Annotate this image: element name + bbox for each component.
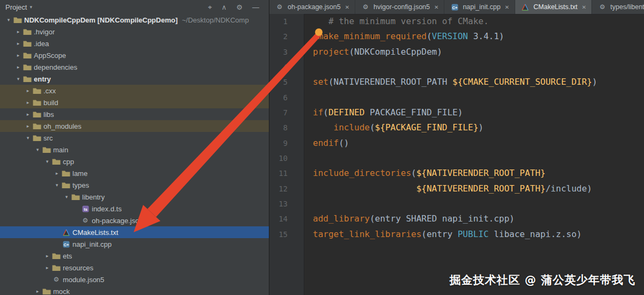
collapse-all-icon[interactable]: ∧ xyxy=(222,4,227,11)
tree-item-label: dependencies xyxy=(34,63,77,71)
chevron-right-icon[interactable]: ▸ xyxy=(14,29,23,34)
tree-item-cxx[interactable]: ▸.cxx xyxy=(0,85,269,97)
json5-file-icon: ⚙ xyxy=(361,3,370,11)
locate-file-icon[interactable]: ⌖ xyxy=(208,4,212,11)
tab-hvigor-config-json5[interactable]: ⚙hvigor-config.json5✕ xyxy=(355,0,444,14)
tree-item-idea[interactable]: ▸.idea xyxy=(0,38,269,49)
line-number: 13 xyxy=(269,196,304,211)
tree-item-lame[interactable]: ▸lame xyxy=(0,167,269,179)
code-area[interactable]: # the minimum version of CMake.cmake_min… xyxy=(304,14,644,295)
chevron-right-icon[interactable]: ▸ xyxy=(14,64,23,70)
chevron-right-icon[interactable]: ▸ xyxy=(43,253,52,259)
tree-item-dependencies[interactable]: ▸dependencies xyxy=(0,61,269,73)
code-line: project(NDKCompileCppDem) xyxy=(313,45,644,60)
tree-item-build[interactable]: ▸build xyxy=(0,97,269,108)
code-line: ${NATIVERENDER_ROOT_PATH}/include) xyxy=(313,181,644,196)
tree-item-src[interactable]: ▾src xyxy=(0,132,269,144)
svg-text:C+: C+ xyxy=(452,5,457,10)
tree-item-label: lame xyxy=(72,169,87,178)
tree-item-resources[interactable]: ▸resources xyxy=(0,262,269,274)
tree-item-oh-package-json5[interactable]: ⚙oh-package.json5 xyxy=(0,215,269,226)
tree-item-label: libentry xyxy=(82,193,105,201)
tree-item-label: build xyxy=(43,99,58,107)
close-icon[interactable]: ✕ xyxy=(505,4,509,10)
project-panel-title: Project xyxy=(5,3,27,11)
chevron-right-icon[interactable]: ▸ xyxy=(24,112,32,117)
tree-item-label: mock xyxy=(53,287,70,295)
chevron-right-icon[interactable]: ▸ xyxy=(33,289,42,294)
chevron-right-icon[interactable]: ▸ xyxy=(24,100,32,105)
folder-icon xyxy=(32,87,42,94)
code-line: # the minimum version of CMake. xyxy=(313,14,644,29)
folder-icon xyxy=(52,158,61,165)
tree-item-label: napi_init.cpp xyxy=(72,240,112,248)
tree-item-cmakelists-txt[interactable]: CMakeLists.txt xyxy=(0,226,269,238)
tab-types-libentry-oh-p[interactable]: ⚙types/libentry/oh-p✕ xyxy=(592,0,644,14)
code-line: include_directories(${NATIVERENDER_ROOT_… xyxy=(313,166,644,181)
tree-item-oh-modules[interactable]: ▸oh_modules xyxy=(0,120,269,132)
tree-item-label: main xyxy=(53,146,68,154)
cmake-file-icon xyxy=(521,4,530,11)
chevron-down-icon[interactable]: ▾ xyxy=(24,135,32,141)
code-line: endif() xyxy=(313,136,644,151)
folder-icon xyxy=(42,146,52,153)
chevron-down-icon[interactable]: ▾ xyxy=(62,194,71,200)
tree-item-label: module.json5 xyxy=(63,276,104,284)
folder-icon xyxy=(32,135,42,142)
line-number: 15 xyxy=(269,227,304,242)
tree-item-ets[interactable]: ▸ets xyxy=(0,250,269,262)
chevron-right-icon[interactable]: ▸ xyxy=(24,88,32,93)
json5-file-icon: ⚙ xyxy=(80,217,90,224)
tree-item-hvigor[interactable]: ▸.hvigor xyxy=(0,26,269,38)
tree-item-label: index.d.ts xyxy=(92,205,122,213)
tree-item-label: .hvigor xyxy=(34,28,55,36)
tab-label: types/libentry/oh-p xyxy=(610,3,644,11)
tab-oh-package-json5[interactable]: ⚙oh-package.json5✕ xyxy=(269,0,355,14)
close-icon[interactable]: ✕ xyxy=(582,4,586,10)
folder-icon xyxy=(23,28,32,35)
chevron-down-icon[interactable]: ▾ xyxy=(4,17,13,23)
tree-item-index-d-ts[interactable]: tsindex.d.ts xyxy=(0,203,269,215)
ts-file-icon: ts xyxy=(80,205,90,212)
chevron-right-icon[interactable]: ▸ xyxy=(43,265,52,270)
tree-item-napi-init-cpp[interactable]: C+napi_init.cpp xyxy=(0,238,269,250)
folder-icon xyxy=(61,170,71,177)
editor-gutter[interactable]: 123456789101112131415 xyxy=(269,14,304,295)
code-line: cmake_minimum_required(VERSION 3.4.1) xyxy=(313,29,644,44)
tree-item-module-json5[interactable]: ⚙module.json5 xyxy=(0,274,269,285)
folder-icon xyxy=(42,288,52,295)
chevron-right-icon[interactable]: ▸ xyxy=(24,123,32,129)
tab-napi-init-cpp[interactable]: C+napi_init.cpp✕ xyxy=(444,0,515,14)
tree-item-entry[interactable]: ▾entry xyxy=(0,73,269,85)
tab-label: oh-package.json5 xyxy=(288,3,341,11)
tree-item-ndkcompilecppdem-ndkcompilecppdemo[interactable]: ▾NDKCompileCppDem [NDKCompileCppDemo]~/D… xyxy=(0,14,269,26)
tab-cmakelists-txt[interactable]: CMakeLists.txt✕ xyxy=(515,0,592,14)
tree-item-cpp[interactable]: ▾cpp xyxy=(0,156,269,167)
chevron-down-icon[interactable]: ▾ xyxy=(14,76,23,82)
folder-icon xyxy=(61,182,71,189)
json5-file-icon: ⚙ xyxy=(597,3,607,11)
tree-item-appscope[interactable]: ▸AppScope xyxy=(0,49,269,61)
code-line: include(${PACKAGE_FIND_FILE}) xyxy=(313,120,644,135)
chevron-right-icon[interactable]: ▸ xyxy=(53,171,61,176)
tree-item-libs[interactable]: ▸libs xyxy=(0,108,269,120)
chevron-right-icon[interactable]: ▸ xyxy=(14,53,23,58)
code-line: if(DEFINED PACKAGE_FIND_FILE) xyxy=(313,105,644,120)
chevron-down-icon[interactable]: ▾ xyxy=(53,182,61,188)
line-number: 12 xyxy=(269,181,304,196)
tree-item-mock[interactable]: ▸mock xyxy=(0,285,269,295)
chevron-down-icon[interactable]: ▾ xyxy=(33,147,42,152)
tree-item-label: src xyxy=(43,134,53,142)
json5-file-icon: ⚙ xyxy=(275,3,284,11)
tree-item-libentry[interactable]: ▾libentry xyxy=(0,191,269,203)
project-tool-button[interactable]: Project ▾ xyxy=(5,3,32,11)
chevron-down-icon[interactable]: ▾ xyxy=(43,159,52,164)
close-icon[interactable]: ✕ xyxy=(345,4,349,10)
tree-item-types[interactable]: ▾types xyxy=(0,179,269,191)
close-icon[interactable]: ✕ xyxy=(434,4,438,10)
settings-icon[interactable]: ⚙ xyxy=(236,4,243,11)
tree-item-main[interactable]: ▾main xyxy=(0,144,269,156)
hide-panel-icon[interactable]: — xyxy=(252,4,259,11)
line-number: 4 xyxy=(269,60,304,75)
chevron-right-icon[interactable]: ▸ xyxy=(14,41,23,46)
